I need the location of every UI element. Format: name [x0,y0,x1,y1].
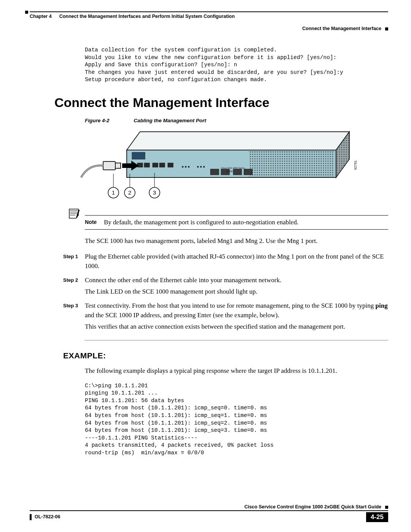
figure-title: Cabling the Management Port [134,118,206,123]
step-text: Plug the Ethernet cable provided (with a… [85,252,388,273]
chapter-title: Connect the Management Interfaces and Pe… [59,14,235,19]
figure-id: 92791 [354,160,357,170]
example-intro: The following example displays a typical… [85,366,388,375]
note-label: Note [85,218,99,227]
example-output: C:\>ping 10.1.1.201 pinging 10.1.1.201 .… [85,382,388,457]
note-text: By default, the management port is confi… [104,218,298,227]
step-row: Step 3Test connectivity. From the host t… [63,301,388,334]
step-label: Step 2 [63,276,85,299]
step-row: Step 1Plug the Ethernet cable provided (… [63,252,388,273]
figure-device-illustration: Cisco SCE 2000 Series [73,128,388,208]
svg-text:Cisco SCE 2000 Series: Cisco SCE 2000 Series [221,167,245,169]
figure-label: Figure 4-2 [85,118,110,123]
step-label: Step 3 [63,301,85,334]
svg-rect-26 [103,161,115,170]
svg-rect-23 [233,169,242,175]
svg-rect-28 [122,163,131,168]
callout-3: 3 [153,189,156,196]
note-icon [68,208,81,221]
svg-rect-17 [188,166,190,168]
svg-rect-12 [153,163,158,167]
step-row: Step 2Connect the other end of the Ether… [63,276,388,299]
step-text: Connect the other end of the Ethernet ca… [85,276,388,299]
footer-doc-number: OL-7822-06 [30,514,60,520]
svg-rect-14 [168,163,173,167]
svg-rect-20 [203,166,205,168]
svg-rect-9 [132,152,145,159]
svg-rect-24 [244,169,252,175]
svg-rect-11 [144,163,150,167]
footer-guide-title: Cisco Service Control Engine 1000 2xGBE … [30,504,388,510]
section-title: Connect the Management Interface [54,95,388,110]
chapter-label: Chapter 4 [30,14,52,19]
figure-caption: Figure 4-2 Cabling the Management Port [85,118,388,123]
example-heading: EXAMPLE: [63,351,388,360]
svg-rect-18 [197,166,199,168]
page-number: 4-25 [366,512,388,522]
svg-rect-19 [200,166,202,168]
svg-rect-13 [159,163,165,167]
running-header: Chapter 4 Connect the Management Interfa… [30,13,388,19]
svg-rect-27 [115,163,121,168]
step-label: Step 1 [63,252,85,273]
svg-rect-16 [185,166,186,168]
intro-paragraph: The SCE 1000 has two management ports, l… [85,236,388,246]
svg-marker-0 [127,132,349,150]
callout-1: 1 [112,189,115,196]
svg-text:4xGBE: 4xGBE [226,170,233,173]
config-output: Data collection for the system configura… [85,46,388,84]
svg-rect-21 [210,169,219,175]
svg-rect-15 [182,166,183,168]
callout-2: 2 [128,189,131,196]
svg-rect-10 [137,163,143,167]
step-text: Test connectivity. From the host that yo… [85,301,388,334]
svg-rect-7 [249,152,335,176]
section-subheader: Connect the Management Interface [30,26,388,31]
